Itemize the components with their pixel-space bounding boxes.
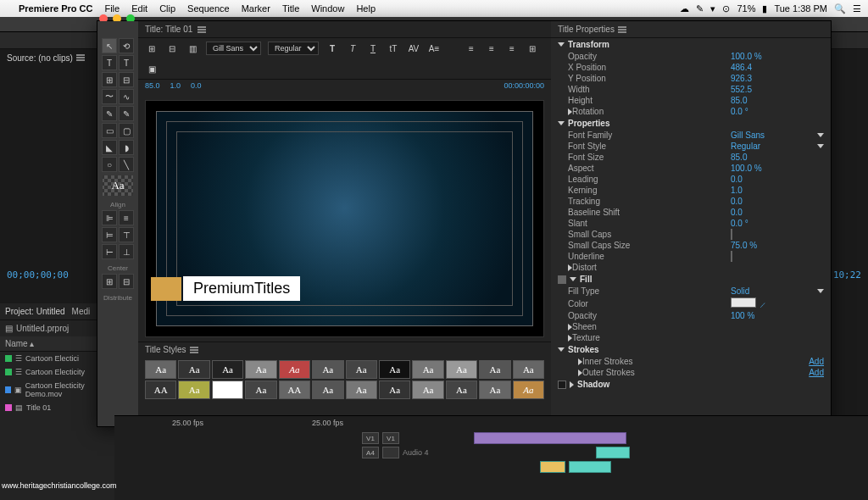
menu-sequence[interactable]: Sequence [187, 3, 230, 14]
font-family-select[interactable]: Gill Sans [206, 42, 261, 55]
new-title-icon[interactable]: ⊞ [145, 42, 159, 55]
style-swatch[interactable]: Aa [145, 360, 176, 379]
center-v[interactable]: ⊟ [119, 274, 134, 289]
menu-marker[interactable]: Marker [242, 3, 270, 14]
style-swatch[interactable]: Aa [513, 381, 544, 399]
wifi-icon[interactable]: ⊙ [722, 3, 730, 14]
menu-window[interactable]: Window [311, 3, 344, 14]
prop-value[interactable]: 1.0 [731, 186, 824, 195]
style-swatch[interactable]: Aa [379, 381, 410, 399]
align-bottom[interactable]: ⊥ [119, 244, 134, 259]
panel-menu-icon[interactable] [76, 54, 85, 61]
leading-value[interactable]: 1.0 [170, 81, 181, 90]
prop-value[interactable]: 85.0 [731, 153, 824, 162]
area-type-tool[interactable]: ⊞ [102, 72, 117, 87]
center-h[interactable]: ⊞ [102, 274, 117, 289]
timeline-clip[interactable] [474, 432, 626, 444]
roll-crawl-icon[interactable]: ⊟ [165, 42, 179, 55]
align-right-icon[interactable]: ≡ [505, 42, 519, 55]
background-timecode[interactable]: 00:00:00:00 [504, 81, 544, 90]
prop-value[interactable]: 100.0 % [731, 52, 824, 61]
prop-checkbox[interactable] [731, 251, 732, 262]
prop-value[interactable]: 100 % [731, 311, 824, 320]
menu-icon[interactable]: ☰ [853, 3, 861, 14]
style-swatch[interactable]: Aa [312, 381, 343, 399]
prop-value[interactable]: Regular [731, 142, 824, 151]
ellipse-tool[interactable]: ○ [102, 157, 117, 172]
align-center-h[interactable]: ≡ [119, 210, 134, 225]
fill-checkbox[interactable] [558, 275, 566, 284]
menu-title[interactable]: Title [282, 3, 299, 14]
track-toggle-v1[interactable]: V1 [362, 432, 379, 444]
vertical-area-type-tool[interactable]: ⊟ [119, 72, 134, 87]
style-swatch[interactable]: Aa [412, 381, 443, 399]
style-swatch[interactable]: Aa [212, 381, 243, 399]
panel-menu-icon[interactable] [190, 347, 198, 353]
audio-track-4[interactable]: A4 Audio 4 [121, 446, 861, 459]
rotate-tool[interactable]: ⟲ [119, 38, 134, 53]
underline-icon[interactable]: T [366, 42, 380, 55]
app-name[interactable]: Premiere Pro CC [19, 3, 92, 14]
rectangle-tool[interactable]: ▭ [102, 123, 117, 138]
align-middle[interactable]: ⊢ [102, 244, 117, 259]
kerning-value[interactable]: 0.0 [191, 81, 202, 90]
add-inner-stroke[interactable]: Add [809, 357, 824, 366]
title-tab-label[interactable]: Title: Title 01 [145, 25, 192, 34]
align-left-icon[interactable]: ≡ [465, 42, 478, 55]
style-swatch[interactable]: AA [145, 381, 176, 399]
templates-icon[interactable]: ▥ [186, 42, 199, 55]
arc-tool[interactable]: ◗ [119, 140, 134, 155]
track-toggle-a4[interactable]: A4 [362, 447, 379, 458]
audio-clip[interactable] [596, 447, 630, 458]
style-swatch[interactable]: Aa [245, 381, 276, 399]
evernote-icon[interactable]: ✎ [696, 3, 704, 14]
strokes-section[interactable]: Strokes [551, 343, 831, 356]
prop-value[interactable]: 100.0 % [731, 164, 824, 173]
style-swatch[interactable]: Aa [513, 360, 544, 379]
style-swatch[interactable]: Aa [178, 381, 209, 399]
properties-section[interactable]: Properties [551, 117, 831, 130]
prop-value[interactable]: 926.3 [731, 74, 824, 83]
shadow-checkbox[interactable] [558, 381, 566, 389]
size-value[interactable]: 85.0 [145, 81, 160, 90]
panel-menu-icon[interactable] [618, 26, 626, 33]
color-swatch[interactable] [731, 297, 756, 308]
leading-icon[interactable]: A≡ [427, 42, 441, 55]
track-target-a4[interactable] [382, 447, 399, 458]
align-top[interactable]: ⊤ [119, 227, 134, 242]
title-text-object[interactable]: PremiumTitles [183, 276, 300, 301]
search-icon[interactable]: 🔍 [834, 3, 846, 14]
prop-value[interactable]: 0.0 [731, 175, 824, 184]
line-tool[interactable]: ╲ [119, 157, 134, 172]
style-swatch[interactable]: Aa [446, 381, 477, 399]
path-type-tool[interactable]: 〜 [102, 89, 117, 104]
show-video-icon[interactable]: ▣ [145, 62, 159, 75]
eyedropper-icon[interactable]: ⟋ [756, 300, 767, 309]
prop-value[interactable]: 0.0 ° [731, 107, 824, 116]
style-swatch[interactable]: Aa [479, 381, 510, 399]
shadow-section[interactable]: Shadow [551, 378, 831, 391]
type-tool[interactable]: T [102, 55, 117, 70]
prop-value[interactable]: 552.5 [731, 85, 824, 94]
style-swatch[interactable]: AA [279, 381, 310, 399]
add-outer-stroke[interactable]: Add [809, 368, 824, 377]
rounded-rectangle-tool[interactable]: ▢ [119, 123, 134, 138]
prop-value[interactable]: 0.0 [731, 208, 824, 217]
selection-tool[interactable]: ↖ [102, 38, 117, 53]
menu-help[interactable]: Help [356, 3, 376, 14]
align-left[interactable]: ⊫ [102, 210, 117, 225]
align-center-icon[interactable]: ≡ [485, 42, 498, 55]
transform-section[interactable]: Transform [551, 38, 831, 51]
style-swatch[interactable]: Aa [312, 360, 343, 379]
panel-menu-icon[interactable] [198, 26, 206, 33]
prop-value[interactable]: Gill Sans [731, 131, 824, 140]
prop-value[interactable]: 486.4 [731, 63, 824, 72]
dropdown-icon[interactable]: ▾ [710, 3, 715, 14]
tab-stops-icon[interactable]: ⊞ [526, 42, 539, 55]
style-swatch[interactable]: Aa [446, 360, 477, 379]
add-anchor-tool[interactable]: ✎ [119, 106, 134, 121]
bold-icon[interactable]: T [326, 42, 339, 55]
kerning-icon[interactable]: AV [407, 42, 420, 55]
prop-value[interactable]: 75.0 % [731, 241, 824, 250]
video-track-1[interactable]: V1 V1 [121, 431, 861, 445]
